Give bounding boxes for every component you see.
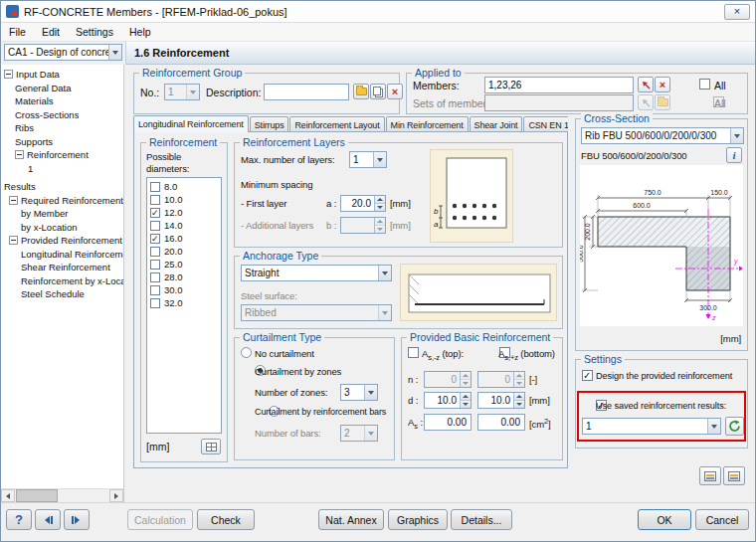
navigation-tree: Input Data General Data Materials Cross-… [1, 65, 124, 502]
d-bottom-spinner[interactable]: 10.0 [477, 392, 525, 409]
diameter-option[interactable]: 16.0 [147, 232, 221, 245]
menu-help[interactable]: Help [121, 23, 159, 41]
tab-shear-joint[interactable]: Shear Joint [470, 116, 523, 132]
scroll-right-icon[interactable] [109, 489, 123, 502]
no-curtailment-radio[interactable] [241, 347, 252, 358]
diameter-option[interactable]: 10.0 [147, 193, 221, 206]
cancel-button[interactable]: Cancel [695, 509, 749, 530]
tree-item-reinforcement[interactable]: Reinforcement [1, 148, 123, 162]
menu-edit[interactable]: Edit [34, 23, 68, 41]
diameter-option[interactable]: 12.0 [147, 206, 221, 219]
diameter-checkbox[interactable] [150, 272, 160, 282]
menu-file[interactable]: File [1, 23, 34, 41]
diameter-checkbox[interactable] [150, 182, 160, 192]
check-button[interactable]: Check [197, 509, 255, 530]
collapse-icon[interactable] [9, 196, 18, 205]
diameter-option[interactable]: 28.0 [147, 271, 221, 283]
tree-item-steel-schedule[interactable]: Steel Schedule [1, 287, 123, 301]
diameter-checkbox[interactable] [150, 260, 160, 270]
members-input[interactable] [484, 77, 634, 93]
design-case-select[interactable]: CA1 - Design of concrete memb [4, 44, 122, 61]
design-provided-checkbox[interactable] [582, 370, 593, 381]
diameter-option[interactable]: 32.0 [147, 296, 221, 309]
tree-item-shear-reinforcement[interactable]: Shear Reinforcement [1, 261, 123, 274]
pick-members-button[interactable] [638, 77, 654, 92]
tree-item-results[interactable]: Results [1, 180, 123, 194]
ok-button[interactable]: OK [638, 509, 691, 530]
tab-min-reinforcement[interactable]: Min Reinforcement [386, 116, 469, 132]
tree-item-ribs[interactable]: Ribs [1, 121, 123, 135]
spinner-arrows[interactable] [374, 196, 385, 211]
tab-csn-en-1992-1-1[interactable]: CSN EN 1992-1-1 [523, 116, 568, 132]
tree-item-reinforcement-1[interactable]: 1 [1, 162, 123, 176]
description-input[interactable] [264, 84, 349, 100]
first-layer-spinner[interactable]: 20.0 [340, 195, 386, 212]
diameter-checkbox[interactable] [150, 195, 160, 205]
members-all-checkbox[interactable] [699, 79, 710, 90]
collapse-icon[interactable] [9, 236, 18, 245]
graphics-button[interactable]: Graphics [388, 509, 448, 530]
diameter-option[interactable]: 25.0 [147, 258, 221, 271]
as-top-checkbox[interactable] [408, 347, 419, 358]
tree-item-supports[interactable]: Supports [1, 135, 123, 149]
tree-item-materials[interactable]: Materials [1, 94, 123, 108]
previous-table-button[interactable] [35, 509, 61, 530]
anchorage-type-select[interactable]: Straight [241, 265, 392, 281]
diameter-checkbox[interactable] [150, 234, 160, 244]
panel-library-button-2[interactable] [723, 466, 745, 485]
menu-settings[interactable]: Settings [68, 23, 121, 41]
details-button[interactable]: Details... [451, 509, 512, 530]
new-group-button[interactable] [353, 84, 369, 99]
additional-layers-spinner [340, 217, 386, 234]
tree-item-required-reinforcement[interactable]: Required Reinforcement [1, 194, 123, 208]
diameter-option[interactable]: 30.0 [147, 283, 221, 296]
spinner-arrows[interactable] [513, 393, 524, 408]
diameter-checkbox[interactable] [150, 208, 160, 218]
steel-surface-select: Ribbed [241, 304, 392, 321]
tab-stirrups[interactable]: Stirrups [250, 116, 289, 132]
tree-item-provided-reinforcement[interactable]: Provided Reinforcement [1, 234, 123, 248]
collapse-icon[interactable] [4, 70, 13, 79]
diameter-checkbox[interactable] [150, 247, 160, 257]
nat-annex-button[interactable]: Nat. Annex [318, 509, 384, 530]
diameter-checkbox[interactable] [150, 298, 160, 308]
tree-item-by-x-location[interactable]: by x-Location [1, 221, 123, 235]
max-layers-select[interactable]: 1 [349, 151, 387, 168]
refresh-saved-results-button[interactable] [725, 417, 744, 436]
as-bottom-field[interactable]: 0.00 [477, 414, 525, 431]
diameter-option[interactable]: 20.0 [147, 245, 221, 258]
tree-item-cross-sections[interactable]: Cross-Sections [1, 108, 123, 122]
cross-section-select[interactable]: Rib FBU 500/600/0/200/0/300 [581, 127, 744, 144]
diameter-checkbox[interactable] [150, 285, 160, 295]
scroll-left-icon[interactable] [1, 489, 15, 502]
clear-members-button[interactable]: × [655, 77, 670, 92]
cross-section-info-button[interactable]: i [726, 147, 742, 163]
close-icon[interactable]: × [724, 4, 750, 20]
copy-group-button[interactable] [370, 84, 386, 99]
panel-library-button-1[interactable] [699, 466, 721, 485]
tree-item-input-data[interactable]: Input Data [1, 68, 123, 82]
tree-item-reinforcement-by-x-location[interactable]: Reinforcement by x-Locatio [1, 274, 123, 288]
next-table-button[interactable] [64, 509, 90, 530]
delete-group-button[interactable]: × [387, 84, 403, 99]
collapse-icon[interactable] [15, 150, 24, 159]
tab-longitudinal-reinforcement[interactable]: Longitudinal Reinforcement [133, 115, 249, 132]
library-icon [704, 471, 716, 481]
d-top-spinner[interactable]: 10.0 [424, 392, 472, 409]
diameter-checkbox[interactable] [150, 221, 160, 231]
saved-results-select[interactable]: 1 [582, 418, 721, 435]
number-of-zones-select[interactable]: 3 [340, 384, 378, 401]
as-top-field[interactable]: 0.00 [424, 414, 472, 431]
tree-item-by-member[interactable]: by Member [1, 207, 123, 221]
diameter-table-button[interactable] [201, 439, 221, 454]
diameter-option[interactable]: 8.0 [147, 180, 221, 193]
diameter-option[interactable]: 14.0 [147, 219, 221, 232]
tree-horizontal-scrollbar[interactable] [1, 488, 123, 502]
svg-text:200.0: 200.0 [584, 223, 591, 241]
spinner-arrows[interactable] [460, 393, 471, 408]
tree-item-longitudinal-reinforcement[interactable]: Longitudinal Reinforcement [1, 248, 123, 262]
tab-reinforcement-layout[interactable]: Reinforcement Layout [289, 116, 384, 132]
tree-item-general-data[interactable]: General Data [1, 82, 123, 95]
help-button[interactable]: ? [6, 509, 32, 530]
scrollbar-thumb[interactable] [16, 489, 58, 502]
